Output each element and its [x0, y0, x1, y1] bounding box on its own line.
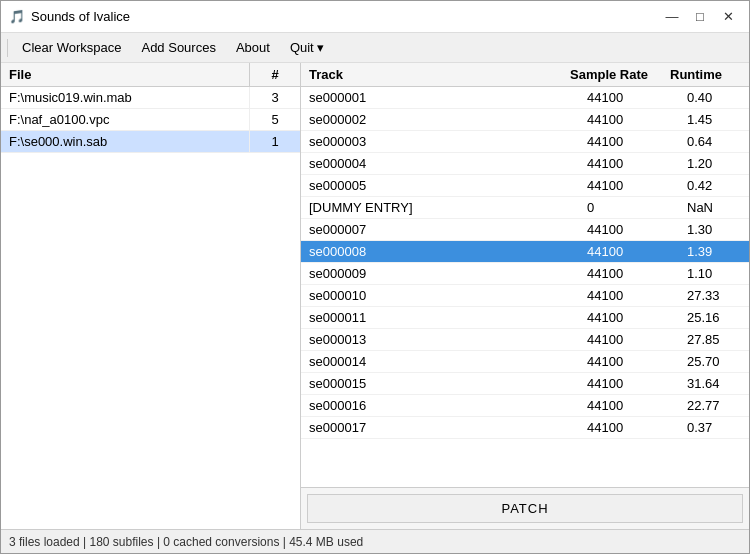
left-panel: File # F:\music019.win.mab 3 F:\naf_a010…	[1, 63, 301, 529]
track-table-row[interactable]: se000009 44100 1.10	[301, 263, 749, 285]
track-table-row[interactable]: se000011 44100 25.16	[301, 307, 749, 329]
track-table-row[interactable]: se000015 44100 31.64	[301, 373, 749, 395]
runtime-cell: 0.37	[679, 417, 749, 438]
num-cell: 3	[250, 87, 300, 108]
track-cell: [DUMMY ENTRY]	[301, 197, 579, 218]
samplerate-cell: 44100	[579, 175, 679, 196]
runtime-cell: 31.64	[679, 373, 749, 394]
track-cell: se000002	[301, 109, 579, 130]
track-cell: se000017	[301, 417, 579, 438]
samplerate-cell: 44100	[579, 131, 679, 152]
runtime-cell: 1.30	[679, 219, 749, 240]
samplerate-cell: 44100	[579, 285, 679, 306]
samplerate-cell: 44100	[579, 87, 679, 108]
right-panel: Track Sample Rate Runtime se000001 44100…	[301, 63, 749, 529]
track-table-row[interactable]: [DUMMY ENTRY] 0 NaN	[301, 197, 749, 219]
main-window: 🎵 Sounds of Ivalice — □ ✕ Clear Workspac…	[0, 0, 750, 554]
samplerate-cell: 44100	[579, 263, 679, 284]
status-text: 3 files loaded | 180 subfiles | 0 cached…	[9, 535, 363, 549]
track-table-body[interactable]: se000001 44100 0.40 se000002 44100 1.45 …	[301, 87, 749, 487]
runtime-cell: 1.45	[679, 109, 749, 130]
runtime-cell: 0.42	[679, 175, 749, 196]
track-table-row[interactable]: se000013 44100 27.85	[301, 329, 749, 351]
track-table-row[interactable]: se000014 44100 25.70	[301, 351, 749, 373]
runtime-cell: 25.16	[679, 307, 749, 328]
samplerate-cell: 44100	[579, 219, 679, 240]
app-icon: 🎵	[9, 9, 25, 25]
num-column-header: #	[250, 63, 300, 86]
track-cell: se000016	[301, 395, 579, 416]
track-cell: se000004	[301, 153, 579, 174]
samplerate-cell: 44100	[579, 329, 679, 350]
file-column-header: File	[1, 63, 250, 86]
minimize-button[interactable]: —	[659, 7, 685, 27]
track-cell: se000015	[301, 373, 579, 394]
samplerate-cell: 44100	[579, 417, 679, 438]
track-cell: se000011	[301, 307, 579, 328]
title-controls: — □ ✕	[659, 7, 741, 27]
scroll-spacer	[732, 63, 749, 86]
runtime-cell: NaN	[679, 197, 749, 218]
patch-button[interactable]: PATCH	[307, 494, 743, 523]
samplerate-cell: 44100	[579, 351, 679, 372]
runtime-cell: 0.64	[679, 131, 749, 152]
close-button[interactable]: ✕	[715, 7, 741, 27]
track-cell: se000007	[301, 219, 579, 240]
samplerate-cell: 44100	[579, 395, 679, 416]
samplerate-cell: 44100	[579, 241, 679, 262]
runtime-cell: 25.70	[679, 351, 749, 372]
track-table-row[interactable]: se000017 44100 0.37	[301, 417, 749, 439]
file-table-row[interactable]: F:\music019.win.mab 3	[1, 87, 300, 109]
track-cell: se000001	[301, 87, 579, 108]
samplerate-cell: 44100	[579, 109, 679, 130]
quit-button[interactable]: Quit ▾	[281, 36, 333, 59]
track-table-row[interactable]: se000002 44100 1.45	[301, 109, 749, 131]
samplerate-cell: 44100	[579, 307, 679, 328]
about-button[interactable]: About	[227, 36, 279, 59]
file-table-row[interactable]: F:\se000.win.sab 1	[1, 131, 300, 153]
runtime-cell: 1.20	[679, 153, 749, 174]
track-cell: se000003	[301, 131, 579, 152]
track-table-row[interactable]: se000016 44100 22.77	[301, 395, 749, 417]
window-title: Sounds of Ivalice	[31, 9, 130, 24]
samplerate-cell: 44100	[579, 153, 679, 174]
runtime-cell: 22.77	[679, 395, 749, 416]
samplerate-cell: 44100	[579, 373, 679, 394]
track-table-row[interactable]: se000005 44100 0.42	[301, 175, 749, 197]
file-cell: F:\naf_a0100.vpc	[1, 109, 250, 130]
status-bar: 3 files loaded | 180 subfiles | 0 cached…	[1, 529, 749, 553]
track-table: Track Sample Rate Runtime se000001 44100…	[301, 63, 749, 487]
track-cell: se000014	[301, 351, 579, 372]
main-content: File # F:\music019.win.mab 3 F:\naf_a010…	[1, 63, 749, 529]
add-sources-button[interactable]: Add Sources	[132, 36, 224, 59]
runtime-cell: 1.39	[679, 241, 749, 262]
title-left: 🎵 Sounds of Ivalice	[9, 9, 130, 25]
menu-bar: Clear Workspace Add Sources About Quit ▾	[1, 33, 749, 63]
runtime-cell: 1.10	[679, 263, 749, 284]
maximize-button[interactable]: □	[687, 7, 713, 27]
menu-left-separator	[7, 39, 9, 57]
track-cell: se000010	[301, 285, 579, 306]
file-table-row[interactable]: F:\naf_a0100.vpc 5	[1, 109, 300, 131]
track-table-row[interactable]: se000010 44100 27.33	[301, 285, 749, 307]
clear-workspace-button[interactable]: Clear Workspace	[13, 36, 130, 59]
track-table-row[interactable]: se000004 44100 1.20	[301, 153, 749, 175]
track-table-row[interactable]: se000001 44100 0.40	[301, 87, 749, 109]
track-cell: se000005	[301, 175, 579, 196]
track-table-row[interactable]: se000008 44100 1.39	[301, 241, 749, 263]
runtime-cell: 27.85	[679, 329, 749, 350]
track-cell: se000008	[301, 241, 579, 262]
file-table: File # F:\music019.win.mab 3 F:\naf_a010…	[1, 63, 300, 529]
patch-bar: PATCH	[301, 487, 749, 529]
track-table-header: Track Sample Rate Runtime	[301, 63, 749, 87]
track-table-row[interactable]: se000007 44100 1.30	[301, 219, 749, 241]
samplerate-cell: 0	[579, 197, 679, 218]
track-table-row[interactable]: se000003 44100 0.64	[301, 131, 749, 153]
title-bar: 🎵 Sounds of Ivalice — □ ✕	[1, 1, 749, 33]
track-column-header: Track	[301, 63, 562, 86]
samplerate-column-header: Sample Rate	[562, 63, 662, 86]
file-cell: F:\se000.win.sab	[1, 131, 250, 152]
num-cell: 1	[250, 131, 300, 152]
runtime-cell: 27.33	[679, 285, 749, 306]
num-cell: 5	[250, 109, 300, 130]
